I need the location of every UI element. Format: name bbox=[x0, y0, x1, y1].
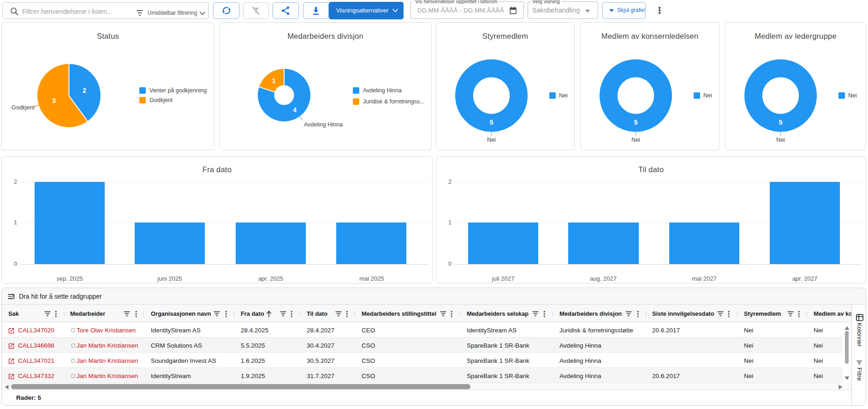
svg-text:Godkjent: Godkjent bbox=[12, 104, 35, 111]
svg-text:1: 1 bbox=[272, 77, 275, 84]
svg-text:5: 5 bbox=[489, 119, 493, 126]
svg-text:2: 2 bbox=[83, 87, 86, 94]
svg-text:Nei: Nei bbox=[776, 137, 785, 143]
svg-text:Nei: Nei bbox=[631, 137, 640, 143]
svg-text:4: 4 bbox=[293, 106, 297, 114]
svg-text:5: 5 bbox=[779, 119, 782, 126]
svg-text:Avdeling Hinna: Avdeling Hinna bbox=[304, 121, 343, 128]
svg-text:Nei: Nei bbox=[487, 137, 496, 143]
svg-text:5: 5 bbox=[634, 119, 637, 126]
svg-text:3: 3 bbox=[52, 97, 56, 104]
